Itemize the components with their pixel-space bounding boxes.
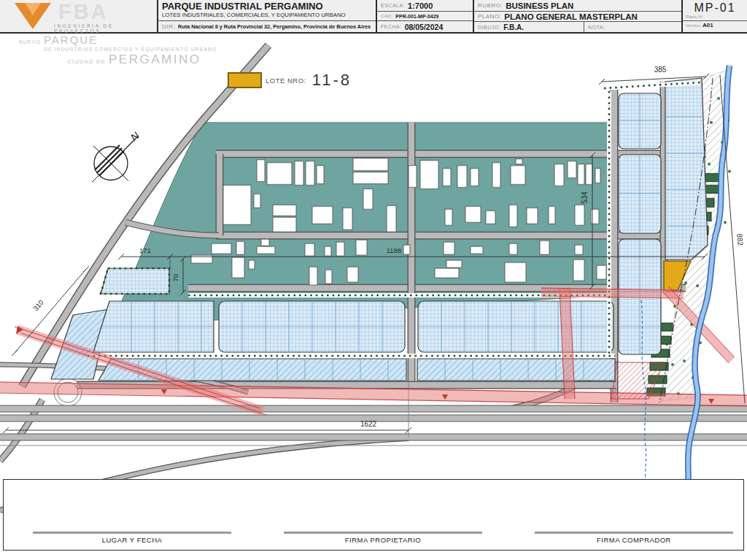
lot-small <box>101 268 169 294</box>
masterplan-sheet: 385 534 882 171 1188 70 310 1622 N FBA <box>0 0 747 560</box>
dir-value: Ruta Nacional 8 y Ruta Provincial 32, Pe… <box>178 23 371 30</box>
logo-tagline: INGENIERIA DE PROYECTOS <box>54 23 157 34</box>
fecha-label: FECHA: <box>381 24 402 29</box>
dibujo-label: DIBUJO: <box>478 25 500 30</box>
meta-cell: ESCALA: 1:7000 CAD: PPR-001-MP-0429 FECH… <box>376 0 473 32</box>
signature-label: FIRMA PROPIETARIO <box>284 536 482 544</box>
project-title: PARQUE INDUSTRIAL PERGAMINO <box>162 1 323 12</box>
cad-label: CAD: <box>381 14 392 18</box>
watermark-ciudad: CIUDAD DE <box>67 59 106 65</box>
signature-line <box>33 532 231 534</box>
signature-comprador: FIRMA COMPRADOR <box>535 532 733 544</box>
plan-cell: RUBRO: BUSINESS PLAN PLANO: PLANO GENERA… <box>473 0 681 32</box>
escala-value: 1:7000 <box>408 1 433 10</box>
nota-label: NOTA: <box>588 25 605 30</box>
dim-534: 534 <box>581 191 589 203</box>
lote-value: 11-8 <box>312 71 352 90</box>
signature-label: FIRMA COMPRADOR <box>535 536 733 544</box>
signature-line <box>535 532 733 534</box>
legend-lote: LOTE NRO: 11-8 <box>228 71 352 90</box>
project-cell: PARQUE INDUSTRIAL PERGAMINO LOTES INDUST… <box>157 0 376 32</box>
dim-171: 171 <box>139 246 151 254</box>
dim-385: 385 <box>654 66 667 74</box>
watermark-parque: PARQUE <box>44 34 98 45</box>
dim-1188: 1188 <box>387 246 401 254</box>
escala-label: ESCALA: <box>381 3 405 8</box>
plano-value: PLANO GENERAL MASTERPLAN <box>504 12 638 21</box>
north-label: N <box>128 129 142 143</box>
cad-value: PPR-001-MP-0429 <box>395 14 438 19</box>
lote-swatch <box>228 72 262 88</box>
dim-70: 70 <box>171 274 179 282</box>
signature-propietario: FIRMA PROPIETARIO <box>284 532 482 544</box>
fba-logo-highlight-icon <box>25 3 41 15</box>
dibujo-value: F.B.A. <box>503 23 524 31</box>
logo-cell: FBA INGENIERIA DE PROYECTOS <box>0 0 157 32</box>
watermark-title: NUEVO PARQUE DE INDUSTRIAS COMERCIOS Y E… <box>19 34 217 67</box>
sheet-code: MP-01 <box>683 0 747 15</box>
site-plan: 385 534 882 171 1188 70 310 1622 N <box>0 0 747 560</box>
logo-company: FBA <box>58 0 109 24</box>
version-value: A01 <box>703 22 713 28</box>
watermark-nuevo: NUEVO <box>19 39 41 44</box>
north-arrow: N <box>92 129 142 182</box>
signature-box: LUGAR Y FECHA FIRMA PROPIETARIO FIRMA CO… <box>3 479 744 551</box>
dim-310: 310 <box>31 298 45 312</box>
plano-label: PLANO: <box>478 13 501 20</box>
signature-label: LUGAR Y FECHA <box>33 536 231 544</box>
signature-line <box>284 532 482 534</box>
signature-lugar-fecha: LUGAR Y FECHA <box>33 532 231 544</box>
watermark-line2: DE INDUSTRIAS COMERCIOS Y EQUIPAMIENTO U… <box>44 47 217 52</box>
sheet-cell: MP-01 Plano N° Version A01 <box>681 0 747 32</box>
lote-label: LOTE NRO: <box>266 77 306 85</box>
dir-label: DIR: <box>162 23 175 30</box>
dim-1622: 1622 <box>360 420 377 428</box>
fecha-value: 08/05/2024 <box>405 23 444 31</box>
project-subtitle: LOTES INDUSTRIALES, COMERCIALES, Y EQUIP… <box>162 12 346 18</box>
watermark-pergamino: PERGAMINO <box>109 53 201 66</box>
dim-882: 882 <box>735 233 745 246</box>
title-block: FBA INGENIERIA DE PROYECTOS PARQUE INDUS… <box>0 0 747 34</box>
sheet-plano-n: Plano N° <box>683 15 747 19</box>
rubro-label: RUBRO: <box>478 2 503 9</box>
version-label: Version <box>686 23 700 28</box>
rubro-value: BUSINESS PLAN <box>506 1 573 10</box>
